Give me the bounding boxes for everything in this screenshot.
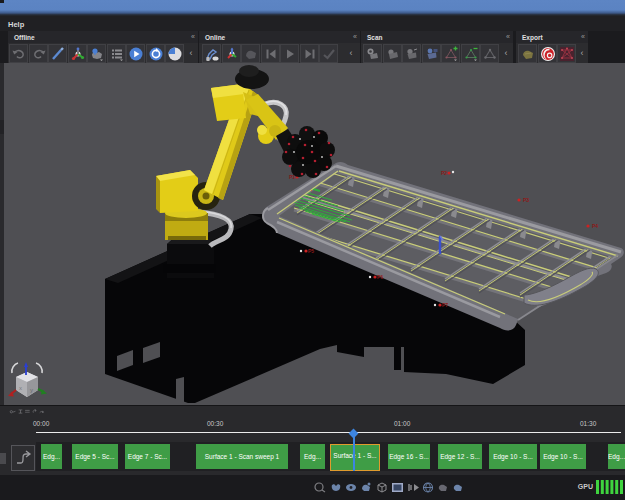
svg-text:P7: P7 (442, 302, 448, 308)
svg-text:P5: P5 (308, 248, 314, 254)
svg-text:y: y (30, 387, 33, 393)
svg-text:P6: P6 (377, 274, 383, 280)
svg-text:x: x (19, 385, 22, 391)
svg-text:P4: P4 (592, 223, 598, 229)
svg-text:P2: P2 (441, 170, 447, 176)
svg-text:P3: P3 (523, 197, 529, 203)
